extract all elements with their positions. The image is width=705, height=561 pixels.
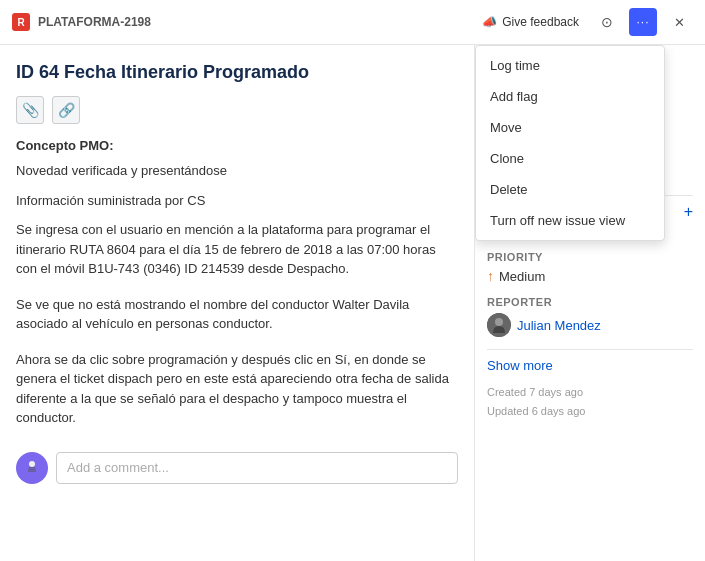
eye-icon: ⊙ [601, 14, 613, 30]
feedback-label: Give feedback [502, 15, 579, 29]
comment-placeholder: Add a comment... [67, 460, 169, 475]
dropdown-delete[interactable]: Delete [476, 174, 664, 205]
detail-paragraph-1: Se ingresa con el usuario en mención a l… [16, 220, 458, 279]
reporter-label: Reporter [487, 296, 693, 308]
link-icon: 🔗 [58, 102, 75, 118]
comment-section: Add a comment... [16, 444, 458, 492]
current-user-avatar [16, 452, 48, 484]
more-options-button[interactable]: ··· [629, 8, 657, 36]
dropdown-clone[interactable]: Clone [476, 143, 664, 174]
paperclip-button[interactable]: 📎 [16, 96, 44, 124]
concept-label: Concepto PMO: [16, 138, 458, 153]
updated-timestamp: Updated 6 days ago [487, 402, 693, 421]
svg-point-1 [29, 461, 35, 467]
reporter-section: Reporter Julian Mendez [487, 296, 693, 337]
divider-2 [487, 349, 693, 350]
priority-icon: ↑ [487, 268, 494, 284]
comment-input[interactable]: Add a comment... [56, 452, 458, 484]
svg-point-5 [495, 318, 503, 326]
dropdown-log-time[interactable]: Log time [476, 50, 664, 81]
add-time-button[interactable]: + [684, 204, 693, 220]
paperclip-icon: 📎 [22, 102, 39, 118]
logo-letter: R [17, 17, 24, 28]
timestamps: Created 7 days ago Updated 6 days ago [487, 383, 693, 420]
megaphone-icon: 📣 [482, 15, 497, 29]
reporter-avatar [487, 313, 511, 337]
issue-id: PLATAFORMA-2198 [38, 15, 476, 29]
feedback-button[interactable]: 📣 Give feedback [476, 11, 585, 33]
priority-section: Priority ↑ Medium [487, 251, 693, 284]
left-panel: ID 64 Fecha Itinerario Programado 📎 🔗 Co… [0, 45, 475, 561]
dropdown-add-flag[interactable]: Add flag [476, 81, 664, 112]
attachment-icons: 📎 🔗 [16, 96, 458, 124]
priority-row: ↑ Medium [487, 268, 693, 284]
dots-icon: ··· [636, 15, 649, 29]
watch-button[interactable]: ⊙ [593, 8, 621, 36]
dropdown-turn-off[interactable]: Turn off new issue view [476, 205, 664, 236]
reporter-row: Julian Mendez [487, 313, 693, 337]
issue-title: ID 64 Fecha Itinerario Programado [16, 61, 458, 84]
show-more-button[interactable]: Show more [487, 358, 693, 373]
right-panel: Log time Add flag Move Clone Delete Turn… [475, 45, 705, 561]
priority-value: Medium [499, 269, 545, 284]
dropdown-move[interactable]: Move [476, 112, 664, 143]
priority-label: Priority [487, 251, 693, 263]
top-actions: 📣 Give feedback ⊙ ··· ✕ [476, 8, 693, 36]
link-button[interactable]: 🔗 [52, 96, 80, 124]
created-timestamp: Created 7 days ago [487, 383, 693, 402]
close-icon: ✕ [674, 15, 685, 30]
detail-paragraph-3: Ahora se da clic sobre programación y de… [16, 350, 458, 428]
detail-paragraph-2: Se ve que no está mostrando el nombre de… [16, 295, 458, 334]
info-text: Información suministrada por CS [16, 191, 458, 211]
description-text: Novedad verificada y presentándose [16, 161, 458, 181]
reporter-name[interactable]: Julian Mendez [517, 318, 601, 333]
issue-logo: R [12, 13, 30, 31]
dropdown-menu: Log time Add flag Move Clone Delete Turn… [475, 45, 665, 241]
main-layout: ID 64 Fecha Itinerario Programado 📎 🔗 Co… [0, 45, 705, 561]
close-button[interactable]: ✕ [665, 8, 693, 36]
top-bar: R PLATAFORMA-2198 📣 Give feedback ⊙ ··· … [0, 0, 705, 45]
